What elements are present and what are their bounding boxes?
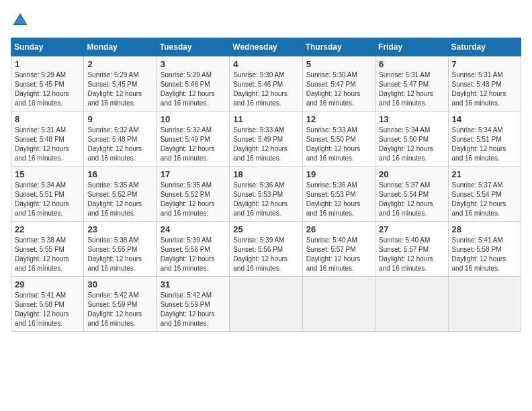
day-number: 11 — [233, 114, 298, 124]
day-info: Sunrise: 5:41 AMSunset: 5:58 PMDaylight:… — [452, 236, 517, 273]
calendar-week-row: 22Sunrise: 5:38 AMSunset: 5:55 PMDayligh… — [11, 222, 521, 277]
day-info: Sunrise: 5:34 AMSunset: 5:50 PMDaylight:… — [379, 126, 444, 163]
calendar-day-cell: 2Sunrise: 5:29 AMSunset: 5:45 PMDaylight… — [84, 56, 157, 111]
day-number: 26 — [306, 224, 371, 234]
calendar-day-cell: 3Sunrise: 5:29 AMSunset: 5:46 PMDaylight… — [157, 56, 229, 111]
day-number: 21 — [452, 169, 517, 179]
day-number: 13 — [379, 114, 444, 124]
day-info: Sunrise: 5:39 AMSunset: 5:56 PMDaylight:… — [161, 236, 226, 273]
day-number: 18 — [233, 169, 298, 179]
day-info: Sunrise: 5:29 AMSunset: 5:45 PMDaylight:… — [87, 71, 152, 108]
day-number: 8 — [15, 114, 80, 124]
day-info: Sunrise: 5:29 AMSunset: 5:46 PMDaylight:… — [161, 71, 226, 108]
calendar-day-cell: 5Sunrise: 5:30 AMSunset: 5:47 PMDaylight… — [302, 56, 375, 111]
day-info: Sunrise: 5:30 AMSunset: 5:46 PMDaylight:… — [233, 71, 298, 108]
day-info: Sunrise: 5:42 AMSunset: 5:59 PMDaylight:… — [87, 291, 152, 328]
day-header-sunday: Sunday — [11, 38, 84, 56]
day-header-thursday: Thursday — [302, 38, 375, 56]
day-number: 12 — [306, 114, 371, 124]
calendar-day-cell: 9Sunrise: 5:32 AMSunset: 5:48 PMDaylight… — [84, 111, 157, 167]
calendar-day-cell: 12Sunrise: 5:33 AMSunset: 5:50 PMDayligh… — [302, 111, 375, 167]
day-info: Sunrise: 5:30 AMSunset: 5:47 PMDaylight:… — [306, 71, 371, 108]
day-number: 20 — [379, 169, 444, 179]
calendar-day-cell: 16Sunrise: 5:35 AMSunset: 5:52 PMDayligh… — [84, 167, 157, 222]
day-header-friday: Friday — [375, 38, 448, 56]
day-number: 27 — [379, 224, 444, 234]
day-info: Sunrise: 5:41 AMSunset: 5:58 PMDaylight:… — [15, 291, 80, 328]
calendar-day-cell: 17Sunrise: 5:35 AMSunset: 5:52 PMDayligh… — [157, 167, 229, 222]
calendar-day-cell: 25Sunrise: 5:39 AMSunset: 5:56 PMDayligh… — [230, 222, 302, 277]
day-number: 22 — [15, 224, 80, 234]
day-number: 16 — [87, 169, 152, 179]
calendar-day-cell: 29Sunrise: 5:41 AMSunset: 5:58 PMDayligh… — [11, 277, 84, 332]
calendar-day-cell: 24Sunrise: 5:39 AMSunset: 5:56 PMDayligh… — [157, 222, 229, 277]
calendar-day-cell: 26Sunrise: 5:40 AMSunset: 5:57 PMDayligh… — [302, 222, 375, 277]
day-number: 1 — [15, 59, 80, 69]
calendar-day-cell: 30Sunrise: 5:42 AMSunset: 5:59 PMDayligh… — [84, 277, 157, 332]
calendar-header-row: SundayMondayTuesdayWednesdayThursdayFrid… — [11, 38, 521, 56]
day-header-saturday: Saturday — [448, 38, 521, 56]
calendar-day-cell: 7Sunrise: 5:31 AMSunset: 5:48 PMDaylight… — [448, 56, 521, 111]
day-header-tuesday: Tuesday — [157, 38, 229, 56]
calendar-day-cell: 18Sunrise: 5:36 AMSunset: 5:53 PMDayligh… — [230, 167, 302, 222]
calendar-day-cell — [375, 277, 448, 332]
calendar-week-row: 29Sunrise: 5:41 AMSunset: 5:58 PMDayligh… — [11, 277, 521, 332]
calendar-week-row: 8Sunrise: 5:31 AMSunset: 5:48 PMDaylight… — [11, 111, 521, 167]
calendar-day-cell: 4Sunrise: 5:30 AMSunset: 5:46 PMDaylight… — [230, 56, 302, 111]
day-number: 6 — [379, 59, 444, 69]
day-info: Sunrise: 5:31 AMSunset: 5:48 PMDaylight:… — [15, 126, 80, 163]
day-info: Sunrise: 5:38 AMSunset: 5:55 PMDaylight:… — [87, 236, 152, 273]
day-info: Sunrise: 5:34 AMSunset: 5:51 PMDaylight:… — [452, 126, 517, 163]
calendar-week-row: 1Sunrise: 5:29 AMSunset: 5:45 PMDaylight… — [11, 56, 521, 111]
calendar-day-cell: 1Sunrise: 5:29 AMSunset: 5:45 PMDaylight… — [11, 56, 84, 111]
day-number: 17 — [161, 169, 226, 179]
day-number: 28 — [452, 224, 517, 234]
day-info: Sunrise: 5:35 AMSunset: 5:52 PMDaylight:… — [87, 181, 152, 218]
calendar-day-cell: 28Sunrise: 5:41 AMSunset: 5:58 PMDayligh… — [448, 222, 521, 277]
day-info: Sunrise: 5:32 AMSunset: 5:48 PMDaylight:… — [87, 126, 152, 163]
calendar-day-cell: 23Sunrise: 5:38 AMSunset: 5:55 PMDayligh… — [84, 222, 157, 277]
calendar-table: SundayMondayTuesdayWednesdayThursdayFrid… — [11, 38, 521, 332]
day-info: Sunrise: 5:29 AMSunset: 5:45 PMDaylight:… — [15, 71, 80, 108]
calendar-day-cell: 14Sunrise: 5:34 AMSunset: 5:51 PMDayligh… — [448, 111, 521, 167]
day-info: Sunrise: 5:42 AMSunset: 5:59 PMDaylight:… — [161, 291, 226, 328]
calendar-day-cell: 27Sunrise: 5:40 AMSunset: 5:57 PMDayligh… — [375, 222, 448, 277]
calendar-day-cell: 8Sunrise: 5:31 AMSunset: 5:48 PMDaylight… — [11, 111, 84, 167]
logo — [11, 11, 32, 30]
day-info: Sunrise: 5:31 AMSunset: 5:47 PMDaylight:… — [379, 71, 444, 108]
day-info: Sunrise: 5:40 AMSunset: 5:57 PMDaylight:… — [306, 236, 371, 273]
calendar-day-cell: 13Sunrise: 5:34 AMSunset: 5:50 PMDayligh… — [375, 111, 448, 167]
calendar-day-cell: 15Sunrise: 5:34 AMSunset: 5:51 PMDayligh… — [11, 167, 84, 222]
day-info: Sunrise: 5:37 AMSunset: 5:54 PMDaylight:… — [452, 181, 517, 218]
calendar-day-cell: 22Sunrise: 5:38 AMSunset: 5:55 PMDayligh… — [11, 222, 84, 277]
day-info: Sunrise: 5:33 AMSunset: 5:50 PMDaylight:… — [306, 126, 371, 163]
day-number: 9 — [87, 114, 152, 124]
calendar-day-cell — [230, 277, 302, 332]
day-info: Sunrise: 5:39 AMSunset: 5:56 PMDaylight:… — [233, 236, 298, 273]
day-number: 19 — [306, 169, 371, 179]
day-number: 15 — [15, 169, 80, 179]
day-info: Sunrise: 5:34 AMSunset: 5:51 PMDaylight:… — [15, 181, 80, 218]
day-header-monday: Monday — [84, 38, 157, 56]
day-number: 30 — [87, 279, 152, 289]
day-number: 5 — [306, 59, 371, 69]
day-info: Sunrise: 5:35 AMSunset: 5:52 PMDaylight:… — [161, 181, 226, 218]
day-info: Sunrise: 5:37 AMSunset: 5:54 PMDaylight:… — [379, 181, 444, 218]
calendar-day-cell — [448, 277, 521, 332]
calendar-week-row: 15Sunrise: 5:34 AMSunset: 5:51 PMDayligh… — [11, 167, 521, 222]
day-number: 2 — [87, 59, 152, 69]
calendar-day-cell: 19Sunrise: 5:36 AMSunset: 5:53 PMDayligh… — [302, 167, 375, 222]
day-number: 25 — [233, 224, 298, 234]
day-info: Sunrise: 5:36 AMSunset: 5:53 PMDaylight:… — [306, 181, 371, 218]
day-header-wednesday: Wednesday — [230, 38, 302, 56]
day-info: Sunrise: 5:38 AMSunset: 5:55 PMDaylight:… — [15, 236, 80, 273]
day-number: 4 — [233, 59, 298, 69]
day-number: 3 — [161, 59, 226, 69]
day-info: Sunrise: 5:33 AMSunset: 5:49 PMDaylight:… — [233, 126, 298, 163]
day-number: 14 — [452, 114, 517, 124]
day-info: Sunrise: 5:36 AMSunset: 5:53 PMDaylight:… — [233, 181, 298, 218]
day-info: Sunrise: 5:40 AMSunset: 5:57 PMDaylight:… — [379, 236, 444, 273]
day-number: 29 — [15, 279, 80, 289]
day-number: 24 — [161, 224, 226, 234]
calendar-day-cell: 31Sunrise: 5:42 AMSunset: 5:59 PMDayligh… — [157, 277, 229, 332]
